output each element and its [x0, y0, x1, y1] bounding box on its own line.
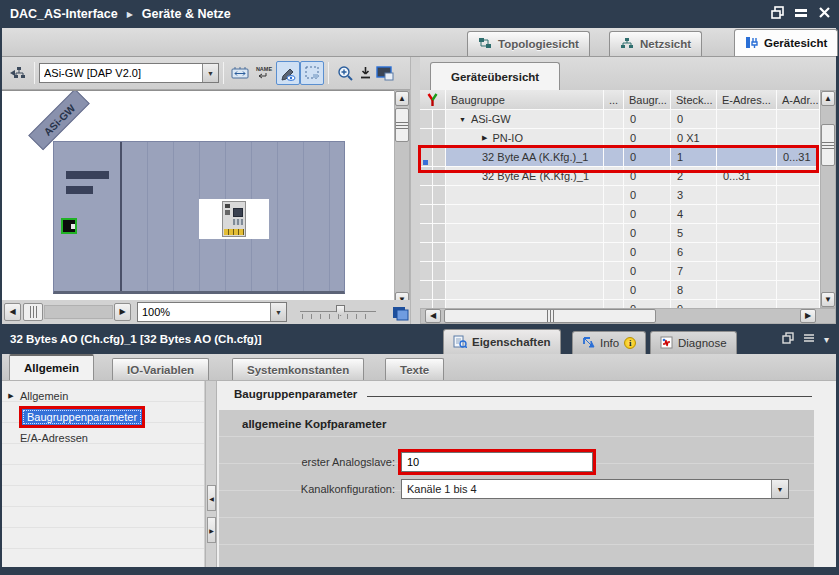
device-overview-tabbar: Geräteübersicht [420, 57, 836, 90]
cell-baugruppe: 32 Byte AA (K.Kfg.)_1 [482, 151, 588, 163]
table-scroll-left-icon[interactable]: ◀ [425, 309, 441, 323]
canvas-vscroll-thumb[interactable] [395, 108, 409, 142]
open-window-icon[interactable] [373, 61, 397, 85]
tab-eigenschaften[interactable]: Eigenschaften [443, 329, 561, 354]
drag-handle[interactable] [423, 160, 428, 165]
device-rack[interactable] [53, 141, 345, 294]
kanalkonfiguration-value: Kanäle 1 bis 4 [402, 480, 771, 498]
table-row[interactable]: 08 [420, 281, 820, 300]
table-row[interactable]: 05 [420, 224, 820, 243]
canvas-scroll-left-icon[interactable]: ◀ [4, 303, 21, 321]
pn-port-green[interactable] [61, 218, 77, 234]
subtab-systemkonstanten[interactable]: Systemkonstanten [232, 358, 364, 380]
column-header-dots[interactable]: ... [604, 90, 624, 110]
nav-item-baugruppenparameter[interactable]: Baugruppenparameter [2, 406, 205, 427]
gateway-device-image [222, 201, 246, 237]
zoom-slider[interactable] [300, 305, 376, 319]
tab-diagnose[interactable]: Diagnose [650, 331, 737, 354]
panel-list-icon[interactable] [803, 333, 815, 346]
nav-item-ea-adressen[interactable]: E/A-Adressen [2, 427, 205, 448]
table-row[interactable]: 09 [420, 300, 820, 308]
canvas-hscroll-thumb[interactable] [23, 303, 43, 321]
collapse-nav-icon[interactable]: ◀ [207, 485, 216, 511]
analogslave-input[interactable] [401, 452, 593, 472]
tia-portal-window: DAC_AS-Interface ▶ Geräte & Netze Topolo… [0, 0, 839, 575]
info-icon [582, 336, 595, 351]
tab-netzsicht[interactable]: Netzsicht [609, 31, 702, 56]
expand-icon[interactable]: ▼ [459, 116, 466, 123]
nav-item-label: Allgemein [20, 390, 68, 402]
expand-icon[interactable]: ▶ [482, 134, 487, 142]
edit-mode-icon[interactable] [276, 61, 300, 85]
zoom-level-dropdown-icon[interactable]: ▼ [270, 303, 286, 321]
zoom-fit-height-icon[interactable] [357, 61, 373, 85]
inspector-title: 32 Bytes AO (Ch.cfg)_1 [32 Bytes AO (Ch.… [10, 333, 262, 345]
properties-content: Baugruppenparameter allgemeine Kopfparam… [217, 381, 820, 567]
table-vscroll-thumb[interactable] [821, 124, 835, 166]
close-icon[interactable] [818, 6, 831, 19]
goto-network-view-icon[interactable] [6, 61, 30, 85]
expand-nav-icon[interactable]: ▶ [207, 517, 216, 543]
subtab-io-variablen[interactable]: IO-Variablen [112, 358, 209, 380]
canvas-scroll-right-icon[interactable]: ▶ [114, 303, 131, 321]
column-header-baugruppe[interactable]: Baugruppe [446, 90, 604, 110]
show-addresses-icon[interactable] [228, 61, 252, 85]
float-panel-icon[interactable] [782, 332, 794, 346]
pane-splitter[interactable] [410, 57, 420, 324]
subtab-texte[interactable]: Texte [385, 358, 444, 380]
show-names-icon[interactable]: NAME [252, 61, 276, 85]
nav-item-label-selected[interactable]: Baugruppenparameter [22, 409, 142, 425]
device-canvas[interactable]: ASi-GW [2, 90, 394, 300]
table-row[interactable]: ▶PN-IO 00 X1 [420, 129, 820, 148]
canvas-hscroll-track[interactable] [44, 305, 113, 319]
column-header-aadresse[interactable]: A-Adr... [777, 90, 820, 110]
breadcrumb-page[interactable]: Geräte & Netze [142, 7, 231, 21]
table-row[interactable]: 06 [420, 243, 820, 262]
device-selector-dropdown-icon[interactable]: ▼ [202, 64, 218, 82]
maximize-window-icon[interactable] [794, 6, 808, 19]
fit-to-view-icon[interactable] [392, 306, 409, 324]
float-window-icon[interactable] [771, 6, 784, 19]
column-header-baugr[interactable]: Baugr... [624, 90, 671, 110]
nav-expand-icon[interactable]: ▶ [2, 392, 20, 400]
module-photo-frame[interactable] [199, 199, 269, 239]
table-row[interactable]: 32 Byte AE (K.Kfg.)_1 020...31 [420, 167, 820, 186]
table-scroll-down-icon[interactable]: ▼ [821, 292, 835, 307]
collapse-panel-icon[interactable]: ▾ [824, 334, 829, 345]
table-row[interactable]: ▼ASi-GW 00 [420, 110, 820, 129]
kanalkonfiguration-dropdown-icon[interactable]: ▼ [771, 480, 788, 498]
table-vscrollbar[interactable]: ▲ ▼ [820, 90, 836, 308]
table-hscroll-thumb[interactable] [444, 309, 656, 323]
table-scroll-up-icon[interactable]: ▲ [821, 91, 835, 106]
partner-filter-icon[interactable] [420, 90, 446, 110]
subtab-allgemein[interactable]: Allgemein [9, 354, 94, 380]
kanalkonfiguration-select[interactable]: Kanäle 1 bis 4 ▼ [401, 479, 789, 499]
tab-topologiesicht[interactable]: Topologiesicht [467, 31, 590, 56]
zoom-level-combobox: ▼ [137, 302, 287, 322]
nav-item-allgemein[interactable]: ▶ Allgemein [2, 385, 205, 406]
selection-frame-icon[interactable] [300, 61, 324, 85]
toolbar-separator [328, 62, 329, 84]
table-scroll-right-icon[interactable]: ▶ [800, 309, 816, 323]
table-row[interactable]: 04 [420, 205, 820, 224]
canvas-scroll-up-icon[interactable]: ▲ [395, 91, 409, 106]
column-header-steckplatz[interactable]: Steck... [671, 90, 717, 110]
cell-baugruppe: PN-IO [492, 132, 523, 144]
device-selector-input[interactable] [40, 64, 202, 82]
table-row[interactable]: 03 [420, 186, 820, 205]
breadcrumb-project[interactable]: DAC_AS-Interface [10, 7, 118, 21]
section-rule [367, 396, 812, 397]
table-hscrollbar[interactable]: ◀ ▶ [420, 308, 836, 324]
inspector-header: 32 Bytes AO (Ch.cfg)_1 [32 Bytes AO (Ch.… [0, 324, 839, 354]
tab-geraetesicht[interactable]: Gerätesicht [734, 29, 838, 56]
canvas-vscrollbar[interactable]: ▲ ▼ [394, 90, 410, 308]
table-row-selected[interactable]: 32 Byte AA (K.Kfg.)_1 010...31 [420, 148, 820, 167]
diagnose-icon [660, 336, 673, 351]
column-header-eadresse[interactable]: E-Adres... [717, 90, 777, 110]
zoom-level-input[interactable] [138, 303, 270, 321]
zoom-in-icon[interactable] [333, 61, 357, 85]
table-row[interactable]: 07 [420, 262, 820, 281]
tab-info[interactable]: Info i [572, 331, 646, 354]
nav-splitter[interactable]: ◀ ▶ [205, 381, 217, 567]
tab-geraeteuebersicht[interactable]: Geräteübersicht [430, 62, 560, 90]
